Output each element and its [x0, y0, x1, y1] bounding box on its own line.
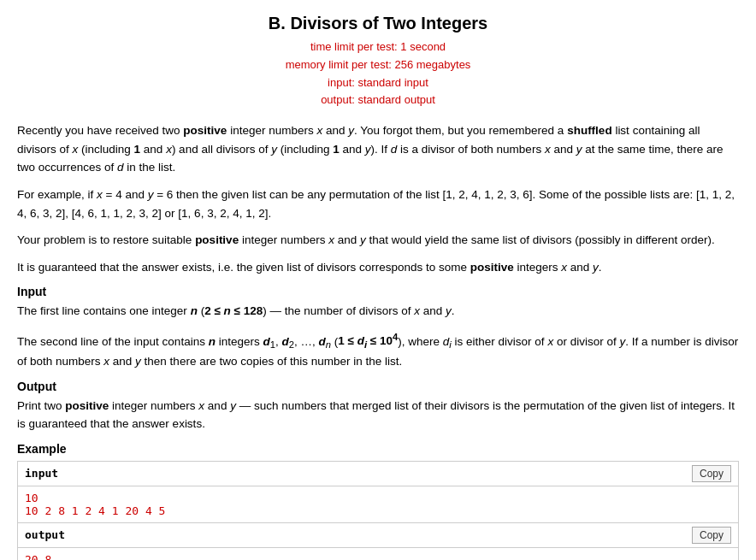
page-title: B. Divisors of Two Integers	[17, 14, 739, 33]
problem-para1: Recently you have received two positive …	[17, 121, 739, 177]
input-content: 10 10 2 8 1 2 4 1 20 4 5	[18, 486, 738, 523]
input-section-para1: The first line contains one integer n (2…	[17, 302, 739, 321]
output-content: 20 8	[18, 548, 738, 560]
problem-para2: For example, if x = 4 and y = 6 then the…	[17, 186, 739, 222]
output-section-para1: Print two positive integer numbers x and…	[17, 397, 739, 433]
output-type: output: standard output	[17, 91, 739, 109]
input-section-para2: The second line of the input contains n …	[17, 329, 739, 371]
memory-limit: memory limit per test: 256 megabytes	[17, 56, 739, 74]
output-header: output Copy	[18, 523, 738, 548]
output-section-title: Output	[17, 380, 739, 393]
input-label: input	[25, 467, 58, 480]
problem-para4: It is guaranteed that the answer exists,…	[17, 258, 739, 277]
time-limit: time limit per test: 1 second	[17, 38, 739, 56]
input-copy-button[interactable]: Copy	[692, 465, 731, 482]
input-type: input: standard input	[17, 74, 739, 92]
input-header: input Copy	[18, 462, 738, 486]
problem-para3: Your problem is to restore suitable posi…	[17, 231, 739, 250]
example-title: Example	[17, 442, 739, 456]
output-label: output	[25, 528, 65, 541]
meta-info: time limit per test: 1 second memory lim…	[17, 38, 739, 109]
input-section-title: Input	[17, 285, 739, 298]
output-copy-button[interactable]: Copy	[692, 527, 731, 544]
example-block: input Copy 10 10 2 8 1 2 4 1 20 4 5 outp…	[17, 461, 739, 560]
